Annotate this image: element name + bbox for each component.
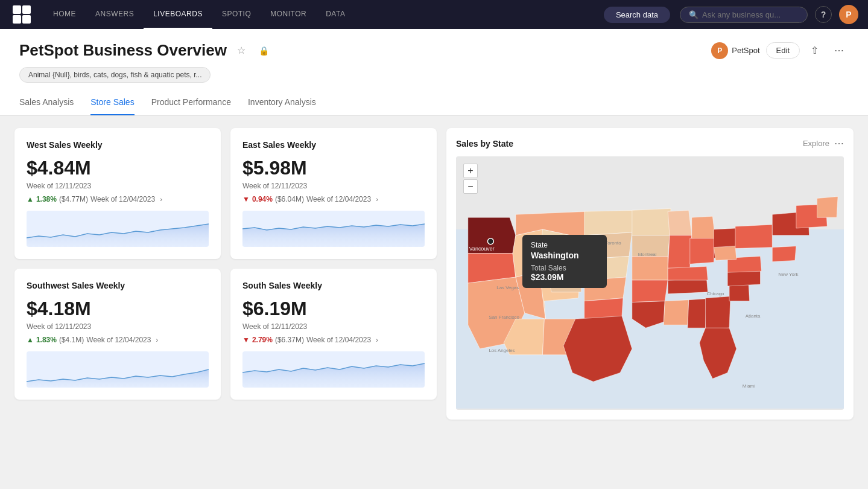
nav-spotiq[interactable]: SPOTIQ xyxy=(212,0,261,29)
west-card-value: $4.84M xyxy=(27,157,209,179)
west-mini-chart xyxy=(27,211,209,247)
east-card-week: Week of 12/11/2023 xyxy=(242,182,425,190)
svg-marker-25 xyxy=(632,256,668,280)
svg-rect-2 xyxy=(13,15,21,24)
west-delta-chevron[interactable]: › xyxy=(160,196,162,203)
owner-avatar: P xyxy=(711,42,728,59)
svg-point-62 xyxy=(487,238,493,245)
west-card-delta: ▲ 1.38% ($4.77M) Week of 12/04/2023 › xyxy=(27,195,209,203)
svg-marker-34 xyxy=(692,216,716,241)
svg-marker-28 xyxy=(668,210,692,235)
page-header-right: P PetSpot Edit ⇧ ⋯ xyxy=(711,42,849,59)
east-delta-chevron[interactable]: › xyxy=(376,196,378,203)
tab-store-sales[interactable]: Store Sales xyxy=(90,91,134,115)
lock-icon: 🔒 xyxy=(259,46,269,56)
svg-rect-3 xyxy=(22,15,31,24)
svg-text:Atlanta: Atlanta xyxy=(746,313,761,319)
map-card-header: Sales by State Explore ⋯ xyxy=(456,138,844,149)
south-delta-arrow-down: ▼ xyxy=(242,336,250,344)
nav-monitor[interactable]: MONITOR xyxy=(261,0,316,29)
tooltip-sales-value: $23.09M xyxy=(531,272,598,282)
svg-text:Montreal: Montreal xyxy=(638,252,657,257)
south-delta-chevron[interactable]: › xyxy=(376,336,378,344)
logo[interactable] xyxy=(10,2,34,27)
page-title-row: PetSpot Business Overview ☆ 🔒 P PetSpot … xyxy=(19,41,849,60)
south-card-title: South Sales Weekly xyxy=(242,281,425,290)
southwest-delta-chevron[interactable]: › xyxy=(156,336,158,344)
southwest-sales-card: Southwest Sales Weekly $4.18M Week of 12… xyxy=(14,269,221,400)
favorite-button[interactable]: ☆ xyxy=(233,42,250,59)
tabs: Sales Analysis Store Sales Product Perfo… xyxy=(19,91,849,115)
help-button[interactable]: ? xyxy=(815,6,832,23)
svg-marker-43 xyxy=(735,225,772,249)
svg-rect-1 xyxy=(22,5,31,14)
nav-data[interactable]: DATA xyxy=(316,0,355,29)
owner-label: PetSpot xyxy=(732,46,759,55)
map-more-options-button[interactable]: ⋯ xyxy=(834,138,844,149)
metric-cards-column: West Sales Weekly $4.84M Week of 12/11/2… xyxy=(14,128,437,420)
ai-search-box[interactable]: 🔍 xyxy=(680,7,808,23)
star-icon: ☆ xyxy=(237,45,246,56)
west-delta-pct: 1.38% xyxy=(36,195,57,203)
southwest-delta-week: Week of 12/04/2023 xyxy=(86,336,151,344)
svg-text:Las Vegas: Las Vegas xyxy=(496,285,519,290)
east-delta-pct: 0.94% xyxy=(252,195,273,203)
south-card-week: Week of 12/11/2023 xyxy=(242,322,425,331)
southwest-card-value: $4.18M xyxy=(27,298,209,320)
southwest-delta-arrow-up: ▲ xyxy=(27,336,34,344)
east-card-delta: ▼ 0.94% ($6.04M) Week of 12/04/2023 › xyxy=(242,195,425,203)
tab-product-performance[interactable]: Product Performance xyxy=(151,91,231,115)
ai-search-input[interactable] xyxy=(702,10,799,19)
top-cards-row: West Sales Weekly $4.84M Week of 12/11/2… xyxy=(14,128,437,259)
filter-row: Animal {Null}, birds, cats, dogs, fish &… xyxy=(19,67,849,83)
ellipsis-icon: ⋯ xyxy=(834,45,844,56)
southwest-card-title: Southwest Sales Weekly xyxy=(27,281,209,290)
edit-button[interactable]: Edit xyxy=(766,42,800,59)
zoom-out-button[interactable]: − xyxy=(463,179,478,194)
svg-text:San Francisco: San Francisco xyxy=(489,315,519,320)
south-sales-card: South Sales Weekly $6.19M Week of 12/11/… xyxy=(230,269,437,400)
south-delta-amt: ($6.37M) xyxy=(275,336,304,344)
svg-rect-0 xyxy=(13,5,21,14)
explore-button[interactable]: Explore xyxy=(803,139,829,148)
svg-marker-26 xyxy=(632,280,668,302)
user-avatar-button[interactable]: P xyxy=(839,5,858,24)
tab-inventory-analysis[interactable]: Inventory Analysis xyxy=(248,91,316,115)
usa-map-svg: Calgary Vancouver United States Toronto … xyxy=(456,156,844,410)
tooltip-sales-label: Total Sales xyxy=(531,264,598,272)
map-controls: + − xyxy=(463,164,478,194)
nav-liveboards[interactable]: LIVEBOARDS xyxy=(144,0,212,29)
svg-marker-17 xyxy=(584,210,635,235)
page-header: PetSpot Business Overview ☆ 🔒 P PetSpot … xyxy=(0,29,868,116)
more-options-button[interactable]: ⋯ xyxy=(829,42,849,59)
east-delta-week: Week of 12/04/2023 xyxy=(306,195,371,203)
south-delta-week: Week of 12/04/2023 xyxy=(306,336,371,344)
topnav: HOME ANSWERS LIVEBOARDS SPOTIQ MONITOR D… xyxy=(0,0,868,29)
west-card-title: West Sales Weekly xyxy=(27,140,209,150)
filter-pill[interactable]: Animal {Null}, birds, cats, dogs, fish &… xyxy=(19,67,211,83)
east-card-title: East Sales Weekly xyxy=(242,140,425,150)
cards-map-row: West Sales Weekly $4.84M Week of 12/11/2… xyxy=(14,128,854,420)
zoom-in-button[interactable]: + xyxy=(463,164,478,178)
svg-text:Chicago: Chicago xyxy=(706,291,724,296)
nav-answers[interactable]: ANSWERS xyxy=(86,0,144,29)
south-mini-chart xyxy=(242,351,425,388)
svg-marker-47 xyxy=(817,197,838,218)
tab-sales-analysis[interactable]: Sales Analysis xyxy=(19,91,74,115)
main-content: West Sales Weekly $4.84M Week of 12/11/2… xyxy=(0,116,868,489)
map-tooltip: State Washington Total Sales $23.09M xyxy=(522,235,607,288)
lock-button[interactable]: 🔒 xyxy=(256,42,273,59)
share-icon: ⇧ xyxy=(811,45,819,56)
nav-links: HOME ANSWERS LIVEBOARDS SPOTIQ MONITOR D… xyxy=(43,0,594,29)
search-data-button[interactable]: Search data xyxy=(604,7,670,23)
west-card-week: Week of 12/11/2023 xyxy=(27,182,209,190)
east-mini-chart xyxy=(242,211,425,247)
svg-marker-35 xyxy=(690,238,716,264)
bottom-cards-row: Southwest Sales Weekly $4.18M Week of 12… xyxy=(14,269,437,400)
nav-home[interactable]: HOME xyxy=(43,0,86,29)
map-area[interactable]: + − xyxy=(456,156,844,410)
share-button[interactable]: ⇧ xyxy=(806,42,823,59)
southwest-delta-pct: 1.83% xyxy=(36,336,57,344)
map-ellipsis-icon: ⋯ xyxy=(834,138,844,149)
search-icon: 🔍 xyxy=(689,10,699,19)
